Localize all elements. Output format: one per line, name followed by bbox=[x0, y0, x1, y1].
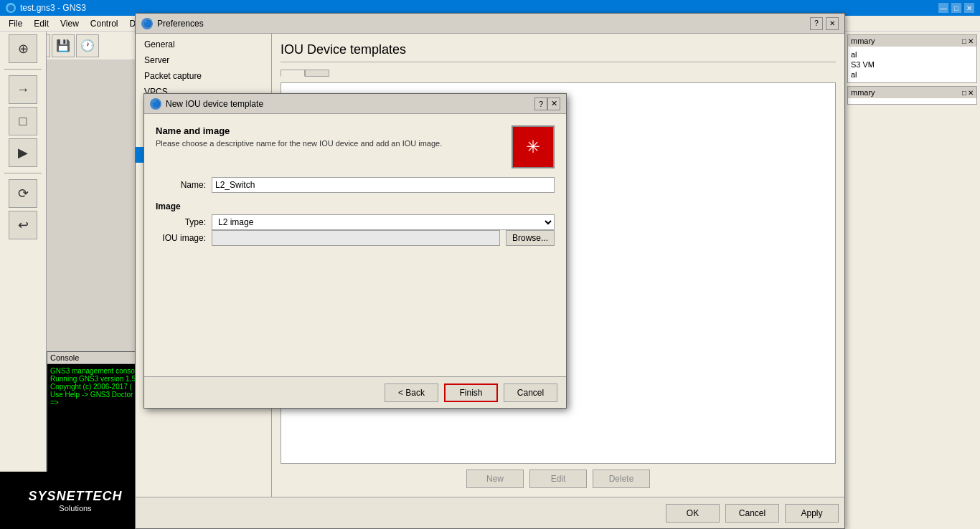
dialog-cancel-btn[interactable]: Cancel bbox=[504, 383, 557, 402]
logo-sub-text: Solutions bbox=[59, 504, 91, 513]
iou-image-input[interactable] bbox=[212, 230, 500, 246]
console-title-bar: Console bbox=[47, 352, 146, 364]
device-router-btn[interactable]: → bbox=[9, 75, 37, 104]
dialog-close-btn[interactable]: ✕ bbox=[547, 97, 560, 110]
back-btn[interactable]: < Back bbox=[385, 383, 438, 402]
name-input[interactable] bbox=[212, 177, 555, 193]
right-panel-close-2[interactable]: □✕ bbox=[962, 89, 974, 97]
dialog-help-btn[interactable]: ? bbox=[534, 97, 547, 110]
minimize-button[interactable]: — bbox=[938, 3, 948, 13]
right-panel-row-1: al bbox=[851, 49, 974, 59]
right-panel-title-1: mmary □✕ bbox=[848, 35, 976, 47]
device-add-btn[interactable]: ⊕ bbox=[9, 34, 37, 63]
prefs-controls: ? ✕ bbox=[810, 17, 839, 30]
device-separator-1 bbox=[4, 69, 41, 70]
prefs-title-bar: 🔵 Preferences ? ✕ bbox=[136, 14, 844, 34]
type-form-row: Type: L2 image L1 image bbox=[156, 214, 555, 230]
template-tab-2[interactable] bbox=[305, 70, 329, 77]
right-panel: mmary □✕ al S3 VM al mmary □✕ bbox=[844, 32, 980, 529]
device-back-btn[interactable]: ↩ bbox=[9, 211, 37, 239]
template-tab-1[interactable] bbox=[281, 70, 305, 77]
name-form-row: Name: bbox=[156, 177, 555, 193]
prefs-footer: OK Cancel Apply bbox=[136, 497, 844, 528]
menu-edit[interactable]: Edit bbox=[28, 17, 55, 30]
prefs-apply-btn[interactable]: Apply bbox=[785, 504, 839, 523]
device-switch-btn[interactable]: □ bbox=[9, 107, 37, 135]
dialog-title-bar: 🔵 New IOU device template ? ✕ bbox=[144, 94, 566, 114]
prefs-icon: 🔵 bbox=[141, 18, 153, 29]
right-panel-title-text-2: mmary bbox=[851, 88, 875, 97]
dialog-header-text: Name and image Please choose a descripti… bbox=[156, 125, 503, 148]
dialog-header-description: Please choose a descriptive name for the… bbox=[156, 139, 503, 148]
console-line-2: Running GNS3 version 1.5 bbox=[50, 375, 143, 383]
type-select[interactable]: L2 image L1 image bbox=[212, 214, 555, 230]
nav-label-general: General bbox=[144, 39, 175, 49]
app-title: test.gns3 - GNS3 bbox=[20, 3, 86, 13]
prefs-close-btn[interactable]: ✕ bbox=[826, 17, 839, 30]
prefs-ok-btn[interactable]: OK bbox=[666, 504, 720, 523]
dialog-header-section: Name and image Please choose a descripti… bbox=[156, 125, 555, 168]
right-panel-section-1: mmary □✕ al S3 VM al bbox=[847, 34, 977, 83]
console-line-6: => bbox=[50, 399, 143, 406]
right-panel-title-text-1: mmary bbox=[851, 37, 875, 45]
main-background: 🔵 test.gns3 - GNS3 — □ ✕ File Edit View … bbox=[0, 0, 980, 529]
finish-btn[interactable]: Finish bbox=[444, 383, 498, 402]
right-panel-row-3: al bbox=[851, 70, 974, 80]
template-tabs bbox=[281, 70, 836, 77]
iou-image-form-row: IOU image: Browse... bbox=[156, 230, 555, 246]
title-bar-controls: — □ ✕ bbox=[938, 3, 974, 13]
new-iou-dialog: 🔵 New IOU device template ? ✕ Name and i… bbox=[143, 93, 567, 409]
dialog-logo: ✳ bbox=[512, 125, 555, 168]
dialog-logo-icon: ✳ bbox=[526, 137, 540, 157]
new-template-btn[interactable]: New bbox=[466, 470, 524, 488]
dialog-title-text: New IOU device template bbox=[166, 99, 534, 109]
device-play-btn[interactable]: ▶ bbox=[9, 138, 37, 167]
right-panel-close-1[interactable]: □✕ bbox=[962, 37, 974, 45]
menu-view[interactable]: View bbox=[55, 17, 85, 30]
logo-area: SYSNETTECH Solutions bbox=[0, 472, 151, 529]
prefs-title-text: Preferences bbox=[157, 19, 810, 29]
console-line-1: GNS3 management consol bbox=[50, 367, 143, 375]
maximize-button[interactable]: □ bbox=[951, 3, 961, 13]
dialog-footer: < Back Finish Cancel bbox=[144, 376, 566, 408]
iou-image-label: IOU image: bbox=[156, 233, 206, 243]
name-label: Name: bbox=[156, 180, 206, 190]
nav-item-general[interactable]: General bbox=[136, 37, 271, 52]
console-line-3: Copyright (c) 2006-2017 ( bbox=[50, 383, 143, 391]
logo-main-text: SYSNETTECH bbox=[28, 489, 122, 504]
page-title: IOU Device templates bbox=[281, 42, 836, 62]
browse-btn[interactable]: Browse... bbox=[506, 230, 555, 246]
nav-label-server: Server bbox=[144, 55, 169, 65]
close-window-button[interactable]: ✕ bbox=[964, 3, 974, 13]
right-panel-title-2: mmary □✕ bbox=[848, 87, 976, 98]
toolbar-save-btn[interactable]: 💾 bbox=[52, 34, 75, 57]
nav-item-server[interactable]: Server bbox=[136, 52, 271, 68]
right-panel-section-2: mmary □✕ bbox=[847, 86, 977, 105]
app-icon: 🔵 bbox=[6, 3, 16, 13]
right-panel-row-2: S3 VM bbox=[851, 59, 974, 70]
edit-template-btn[interactable]: Edit bbox=[529, 470, 587, 488]
console-title-text: Console bbox=[50, 353, 79, 362]
toolbar-clock-btn[interactable]: 🕐 bbox=[76, 34, 99, 57]
console-line-4: Use Help -> GNS3 Doctor bbox=[50, 391, 143, 399]
menu-file[interactable]: File bbox=[3, 17, 28, 30]
nav-item-packet-capture[interactable]: Packet capture bbox=[136, 68, 271, 84]
right-panel-body-2 bbox=[848, 98, 976, 104]
template-bottom-btns: New Edit Delete bbox=[281, 470, 836, 488]
device-panel: ⊕ → □ ▶ ⟳ ↩ bbox=[0, 32, 47, 529]
prefs-help-btn[interactable]: ? bbox=[810, 17, 823, 30]
dialog-icon: 🔵 bbox=[150, 98, 161, 110]
type-label: Type: bbox=[156, 217, 206, 227]
delete-template-btn[interactable]: Delete bbox=[593, 470, 650, 488]
device-separator-2 bbox=[4, 173, 41, 173]
right-panel-body-1: al S3 VM al bbox=[848, 47, 976, 82]
image-section-title: Image bbox=[156, 201, 555, 211]
nav-label-packet-capture: Packet capture bbox=[144, 71, 202, 81]
dialog-body: Name and image Please choose a descripti… bbox=[144, 114, 566, 376]
prefs-cancel-btn[interactable]: Cancel bbox=[725, 504, 779, 523]
image-section: Image Type: L2 image L1 image IOU image:… bbox=[156, 201, 555, 246]
device-refresh-btn[interactable]: ⟳ bbox=[9, 179, 37, 208]
menu-control[interactable]: Control bbox=[85, 17, 124, 30]
dialog-header-title: Name and image bbox=[156, 125, 503, 136]
